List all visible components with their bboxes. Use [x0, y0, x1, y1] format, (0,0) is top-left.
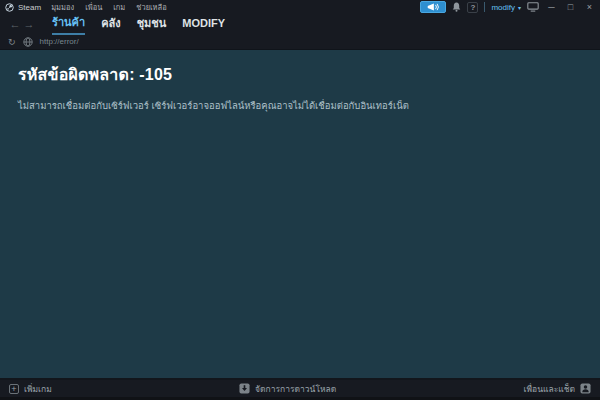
friends-chat-label: เพื่อนและแช็ต: [524, 382, 575, 396]
manage-downloads-button[interactable]: จัดการการดาวน์โหลด: [239, 382, 336, 396]
menu-view[interactable]: มุมมอง: [51, 1, 74, 13]
add-game-label: เพิ่มเกม: [24, 382, 52, 396]
error-message: ไม่สามารถเชื่อมต่อกับเซิร์ฟเวอร์ เซิร์ฟเ…: [18, 98, 582, 113]
steam-logo-icon: [5, 3, 14, 12]
menu-help[interactable]: ช่วยเหลือ: [136, 1, 166, 13]
friends-icon: [580, 383, 591, 394]
notifications-bell-button[interactable]: [452, 1, 461, 13]
monitor-icon: [527, 2, 539, 12]
help-button[interactable]: ?: [467, 2, 478, 13]
steam-window: Steam มุมมอง เพื่อน เกม ช่วยเหลือ ?: [0, 0, 600, 400]
status-bar: + เพิ่มเกม จัดการการดาวน์โหลด เพื่อนและแ…: [0, 378, 600, 400]
forward-button[interactable]: →: [22, 18, 36, 30]
url-text[interactable]: http://error/: [40, 37, 79, 46]
titlebar-separator: [484, 2, 485, 12]
add-game-button[interactable]: + เพิ่มเกม: [9, 382, 52, 396]
menu-friends[interactable]: เพื่อน: [85, 1, 102, 13]
user-name: modify: [491, 3, 515, 12]
user-dropdown[interactable]: modify ▾: [491, 3, 521, 12]
titlebar-left: Steam มุมมอง เพื่อน เกม ช่วยเหลือ: [5, 1, 167, 13]
tab-profile[interactable]: MODIFY: [182, 17, 225, 31]
url-bar: ↻ http://error/: [0, 34, 600, 50]
main-nav: ← → ร้านค้า คลัง ชุมชน MODIFY: [0, 14, 600, 34]
maximize-button[interactable]: □: [564, 1, 577, 13]
menu-bar: มุมมอง เพื่อน เกม ช่วยเหลือ: [51, 1, 167, 13]
error-title: รหัสข้อผิดพลาด: -105: [18, 62, 582, 87]
plus-icon: +: [9, 384, 19, 394]
minimize-button[interactable]: ─: [545, 1, 558, 13]
tab-community[interactable]: ชุมชน: [137, 14, 167, 34]
error-page: รหัสข้อผิดพลาด: -105 ไม่สามารถเชื่อมต่อก…: [0, 50, 600, 378]
friends-chat-button[interactable]: เพื่อนและแช็ต: [524, 382, 591, 396]
megaphone-icon: [427, 3, 439, 11]
announcements-button[interactable]: [420, 1, 446, 13]
app-name: Steam: [18, 3, 41, 12]
refresh-button[interactable]: ↻: [8, 37, 16, 47]
bell-icon: [452, 2, 461, 12]
tab-store[interactable]: ร้านค้า: [52, 13, 85, 35]
download-icon: [239, 383, 250, 394]
chevron-down-icon: ▾: [518, 4, 521, 11]
titlebar-right: ? modify ▾ ─ □ ×: [420, 1, 596, 13]
big-picture-button[interactable]: [527, 1, 539, 13]
tab-library[interactable]: คลัง: [101, 14, 120, 34]
titlebar: Steam มุมมอง เพื่อน เกม ช่วยเหลือ ?: [0, 0, 600, 14]
back-button[interactable]: ←: [8, 18, 22, 30]
globe-icon: [23, 37, 33, 47]
menu-games[interactable]: เกม: [113, 1, 125, 13]
close-button[interactable]: ×: [583, 1, 596, 13]
manage-downloads-label: จัดการการดาวน์โหลด: [255, 382, 336, 396]
